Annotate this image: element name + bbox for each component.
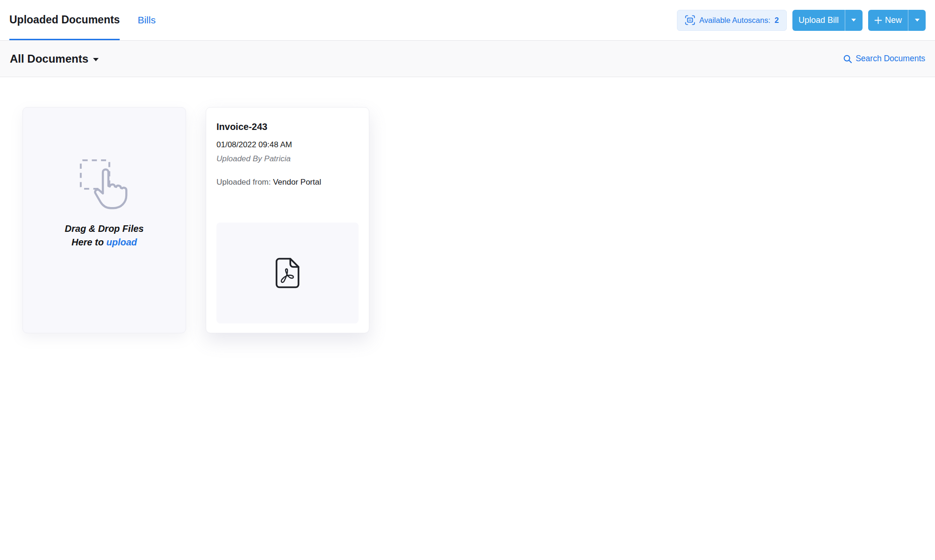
dropzone-text: Drag & Drop Files Here to upload	[65, 222, 144, 249]
document-uploaded-from: Uploaded from: Vendor Portal	[216, 178, 359, 187]
document-timestamp: 01/08/2022 09:48 AM	[216, 140, 359, 150]
pdf-file-icon	[275, 258, 300, 288]
all-documents-filter[interactable]: All Documents	[10, 52, 99, 65]
documents-toolbar: All Documents Search Documents	[0, 41, 935, 77]
available-autoscans-badge[interactable]: Available Autoscans: 2	[677, 10, 787, 31]
new-button-label: New	[885, 15, 902, 25]
uploaded-from-label: Uploaded from:	[216, 178, 271, 187]
tab-bills[interactable]: Bills	[137, 0, 156, 40]
chevron-down-icon	[915, 19, 920, 22]
dropzone-card[interactable]: Drag & Drop Files Here to upload	[22, 107, 186, 333]
document-title[interactable]: Invoice-243	[216, 122, 359, 132]
document-preview-thumbnail[interactable]	[216, 223, 359, 323]
search-documents-link[interactable]: Search Documents	[843, 54, 925, 64]
header-actions: Available Autoscans: 2 Upload Bill New	[677, 0, 926, 40]
upload-link[interactable]: upload	[106, 237, 137, 247]
tab-list: Uploaded Documents Bills	[9, 0, 156, 40]
new-split-button: New	[868, 10, 926, 31]
autoscans-label: Available Autoscans:	[699, 16, 770, 25]
upload-bill-split-button: Upload Bill	[792, 10, 863, 31]
plus-icon	[874, 16, 882, 24]
dropzone-line1: Drag & Drop Files	[65, 223, 144, 234]
uploaded-from-value: Vendor Portal	[273, 178, 321, 187]
upload-bill-dropdown-button[interactable]	[845, 10, 863, 31]
documents-grid: Drag & Drop Files Here to upload Invoice…	[0, 77, 935, 333]
document-card[interactable]: Invoice-243 01/08/2022 09:48 AM Uploaded…	[206, 107, 369, 333]
upload-bill-button[interactable]: Upload Bill	[792, 10, 845, 31]
search-link-label: Search Documents	[856, 54, 925, 64]
tab-uploaded-documents[interactable]: Uploaded Documents	[9, 0, 120, 40]
header: Uploaded Documents Bills Available Autos…	[0, 0, 935, 41]
chevron-down-icon	[851, 19, 856, 22]
new-button[interactable]: New	[868, 10, 908, 31]
document-uploaded-by: Uploaded By Patricia	[216, 154, 359, 164]
drag-drop-icon	[74, 156, 134, 215]
chevron-down-icon	[93, 58, 99, 61]
autoscans-count: 2	[775, 16, 779, 25]
filter-label: All Documents	[10, 52, 88, 65]
search-icon	[843, 54, 852, 64]
new-dropdown-button[interactable]	[908, 10, 926, 31]
dropzone-line2: Here to	[72, 237, 104, 247]
autoscan-icon	[685, 15, 695, 25]
